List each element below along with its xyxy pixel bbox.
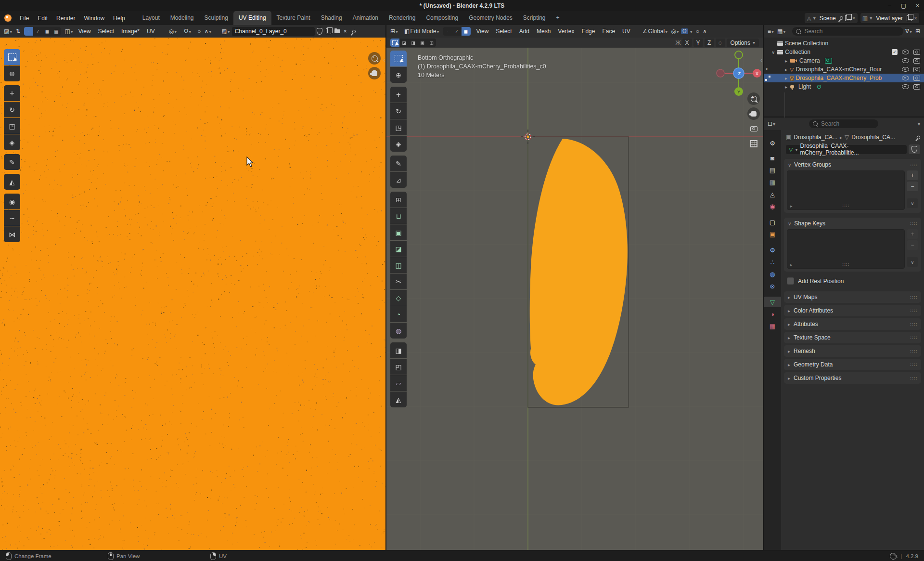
drag-handle-icon[interactable]: ∷∷	[910, 362, 917, 367]
v3d-tool-add-cube[interactable]: ⊞	[390, 192, 407, 208]
tab-layout[interactable]: Layout	[137, 11, 165, 25]
uv-tool-rip-region[interactable]: ◭	[4, 174, 20, 190]
new-collection-button[interactable]: ⊞	[914, 28, 922, 34]
v3d-falloff-dropdown[interactable]: ∧	[701, 28, 708, 34]
uv-tool-grab[interactable]: ◉	[4, 194, 20, 209]
uv-falloff-dropdown[interactable]: ∧ ▾	[203, 28, 213, 34]
uv-menu-image[interactable]: Image*	[118, 26, 143, 36]
panel-remesh[interactable]: ▸ Remesh ∷∷	[784, 345, 921, 357]
navigation-gizmo[interactable]: X Y -Z	[717, 51, 761, 96]
v3d-tool-bevel[interactable]: ◪	[390, 241, 407, 257]
tab-render[interactable]: ◙	[764, 153, 781, 163]
tab-texture[interactable]: ▦	[764, 321, 781, 331]
drag-handle-icon[interactable]: ∷∷	[910, 322, 917, 327]
menu-help[interactable]: Help	[109, 13, 129, 24]
v3d-tool-rotate[interactable]: ↻	[390, 103, 407, 119]
drag-handle-icon[interactable]: ∷∷	[910, 295, 917, 300]
blender-logo-icon[interactable]	[4, 14, 12, 22]
viewlayer-icon[interactable]: ▥	[862, 15, 868, 21]
disable-render-icon[interactable]	[913, 67, 920, 72]
drag-handle-icon[interactable]: ∷∷	[910, 349, 917, 354]
v3d-pan-button[interactable]	[747, 107, 760, 120]
image-unlink-button[interactable]: ×	[342, 28, 348, 34]
viewlayer-dropdown-icon[interactable]: ▾	[870, 15, 872, 21]
add-workspace-button[interactable]: +	[551, 11, 565, 25]
uv-proportional-edit-toggle[interactable]: ○	[196, 28, 202, 34]
v3d-menu-mesh[interactable]: Mesh	[533, 26, 554, 36]
menu-window[interactable]: Window	[79, 13, 109, 24]
breadcrumb-object[interactable]: Drosophila_CA...	[794, 134, 837, 141]
shape-key-add-button[interactable]: +	[907, 229, 918, 239]
tab-object-data[interactable]: ▽	[764, 297, 781, 307]
tab-modifiers[interactable]: ⚙	[764, 245, 781, 255]
image-new-button[interactable]	[324, 28, 333, 34]
uv-menu-view[interactable]: View	[75, 26, 94, 36]
shape-keys-panel-header[interactable]: ∨ Shape Keys ∷∷	[784, 218, 921, 229]
mirror-x-button[interactable]: X	[682, 39, 692, 47]
edge-select-button[interactable]: ∕	[452, 27, 462, 36]
v3d-region-collapse-arrow[interactable]: ‹	[760, 57, 762, 64]
v3d-zoom-button[interactable]	[747, 92, 760, 105]
properties-pin-icon[interactable]	[916, 135, 921, 140]
v3d-snap-toggle[interactable]: Ω	[681, 28, 688, 34]
uv-vertex-select-button[interactable]: ∙	[24, 27, 33, 36]
mirror-y-button[interactable]: Y	[693, 39, 703, 47]
face-select-button[interactable]: ◼	[462, 27, 471, 36]
scene-new-icon[interactable]	[845, 15, 850, 21]
disable-render-icon[interactable]	[913, 58, 920, 64]
menu-edit[interactable]: Edit	[33, 13, 52, 24]
vertex-group-remove-button[interactable]: −	[907, 182, 918, 191]
close-icon[interactable]: ×	[916, 2, 919, 9]
viewport-canvas[interactable]: X Y -Z ◪ ◨ ▣ ◫ Ж X	[386, 38, 763, 550]
tab-uv-editing[interactable]: UV Editing	[233, 11, 271, 25]
select-subtract-variant-button[interactable]: ◨	[409, 39, 418, 47]
v3d-ortho-toggle-button[interactable]	[747, 137, 760, 150]
v3d-tool-annotate[interactable]: ✎	[390, 156, 407, 171]
outliner-display-mode-dropdown[interactable]: ▦ ▾	[776, 28, 787, 34]
uv-image-browse-dropdown[interactable]: ▨ ▾	[220, 28, 231, 34]
panel-geometry-data[interactable]: ▸ Geometry Data ∷∷	[784, 359, 921, 370]
mirror-z-button[interactable]: Z	[705, 39, 714, 47]
v3d-camera-view-button[interactable]	[747, 122, 760, 135]
uv-pan-button[interactable]	[368, 67, 381, 79]
v3d-pivot-dropdown[interactable]: ◎ ▾	[669, 28, 680, 34]
scene-pin-icon[interactable]	[839, 16, 844, 21]
uv-edge-select-button[interactable]: ∕	[33, 27, 42, 36]
snap-overlay-button[interactable]: ◌	[716, 39, 725, 47]
maximize-icon[interactable]: ▢	[901, 2, 906, 9]
v3d-tool-loop-cut[interactable]: ◫	[390, 257, 407, 273]
tab-compositing[interactable]: Compositing	[421, 11, 463, 25]
shape-keys-list[interactable]: ▸ ∷∷	[787, 229, 905, 269]
uv-island-select-button[interactable]: ▦	[51, 27, 61, 36]
hide-eye-icon[interactable]	[902, 50, 909, 54]
viewlayer-name[interactable]: ViewLayer	[874, 15, 905, 22]
v3d-proportional-edit-toggle[interactable]: ○	[694, 28, 701, 34]
disable-render-icon[interactable]	[913, 84, 920, 90]
disable-render-icon[interactable]	[913, 50, 920, 55]
options-dropdown[interactable]: Options ▾	[727, 39, 759, 47]
v3d-tool-edge-slide[interactable]: ◨	[390, 342, 407, 358]
expand-icon[interactable]: ▸	[785, 58, 787, 64]
v3d-tool-rip-region[interactable]: ◭	[390, 391, 407, 407]
drag-handle-icon[interactable]: ∷∷	[910, 335, 917, 340]
shape-key-remove-button[interactable]: −	[907, 240, 918, 250]
tab-particles[interactable]: ∴	[764, 257, 781, 267]
tab-collection[interactable]: ▢	[764, 217, 781, 227]
v3d-tool-shear[interactable]: ▱	[390, 375, 407, 391]
uv-region-collapse-arrow[interactable]: ‹	[383, 57, 385, 64]
panel-texture-space[interactable]: ▸ Texture Space ∷∷	[784, 332, 921, 343]
vertex-group-specials-dropdown[interactable]: ∨	[907, 198, 918, 208]
outliner-row-mesh-bour[interactable]: • ▸ ▽ Drosophila_CAAX-mCherry_Bour	[764, 65, 924, 74]
tab-rendering[interactable]: Rendering	[384, 11, 421, 25]
tab-view-layer[interactable]: ▥	[764, 177, 781, 187]
uv-tool-select-box[interactable]	[4, 49, 20, 65]
outliner-row-light[interactable]: ▸ Light ⊙	[764, 82, 924, 91]
tab-material[interactable]: ◑	[764, 309, 781, 319]
shape-key-specials-dropdown[interactable]: ∨	[907, 257, 918, 267]
scene-icon[interactable]: ◬	[807, 15, 811, 21]
panel-color-attributes[interactable]: ▸ Color Attributes ∷∷	[784, 305, 921, 316]
v3d-menu-view[interactable]: View	[473, 26, 492, 36]
v3d-tool-measure[interactable]: ⊿	[390, 172, 407, 188]
v3d-tool-select-box[interactable]	[390, 51, 407, 66]
tab-scene[interactable]: ◬	[764, 189, 781, 199]
